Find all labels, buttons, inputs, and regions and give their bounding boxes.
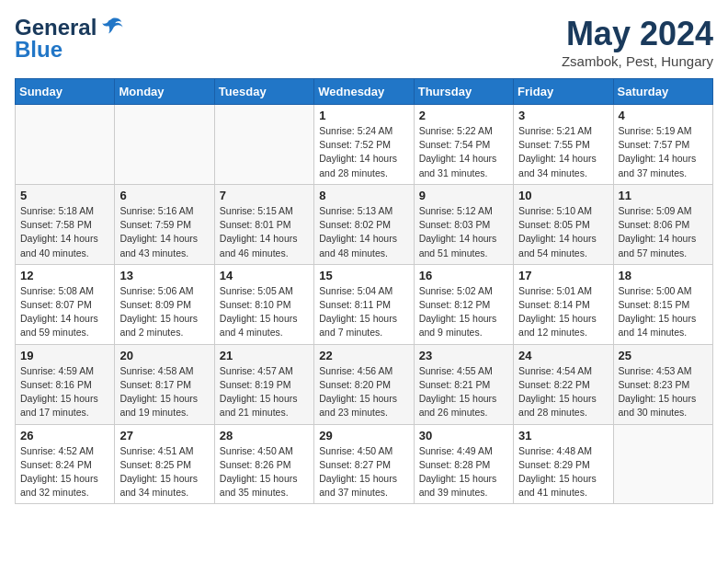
calendar-cell: 16Sunrise: 5:02 AMSunset: 8:12 PMDayligh…: [414, 264, 513, 344]
day-info: Sunrise: 5:22 AMSunset: 7:54 PMDaylight:…: [419, 124, 508, 180]
day-info: Sunrise: 5:13 AMSunset: 8:02 PMDaylight:…: [319, 204, 408, 260]
day-number: 24: [518, 349, 608, 362]
calendar-cell: 21Sunrise: 4:57 AMSunset: 8:19 PMDayligh…: [214, 344, 313, 424]
day-info: Sunrise: 4:56 AMSunset: 8:20 PMDaylight:…: [319, 364, 408, 420]
day-number: 25: [619, 349, 708, 362]
calendar-cell: 5Sunrise: 5:18 AMSunset: 7:58 PMDaylight…: [16, 184, 115, 264]
calendar-cell: 27Sunrise: 4:51 AMSunset: 8:25 PMDayligh…: [115, 424, 214, 504]
calendar-cell: 14Sunrise: 5:05 AMSunset: 8:10 PMDayligh…: [214, 264, 313, 344]
calendar-cell: [214, 105, 313, 185]
page-header: General Blue May 2024 Zsambok, Pest, Hun…: [15, 15, 713, 69]
day-info: Sunrise: 5:15 AMSunset: 8:01 PMDaylight:…: [220, 204, 309, 260]
calendar-cell: 23Sunrise: 4:55 AMSunset: 8:21 PMDayligh…: [414, 344, 513, 424]
calendar-cell: 24Sunrise: 4:54 AMSunset: 8:22 PMDayligh…: [514, 344, 613, 424]
calendar-cell: 9Sunrise: 5:12 AMSunset: 8:03 PMDaylight…: [414, 184, 513, 264]
day-number: 12: [20, 269, 109, 282]
header-sunday: Sunday: [16, 79, 115, 105]
day-info: Sunrise: 4:50 AMSunset: 8:26 PMDaylight:…: [220, 444, 309, 500]
header-friday: Friday: [514, 79, 613, 105]
day-number: 7: [220, 189, 309, 202]
day-number: 30: [419, 429, 508, 442]
day-info: Sunrise: 4:48 AMSunset: 8:29 PMDaylight:…: [518, 444, 608, 500]
day-info: Sunrise: 5:16 AMSunset: 7:59 PMDaylight:…: [119, 204, 209, 260]
day-number: 3: [518, 109, 608, 122]
header-monday: Monday: [115, 79, 214, 105]
calendar-cell: 13Sunrise: 5:06 AMSunset: 8:09 PMDayligh…: [115, 264, 214, 344]
calendar-cell: 3Sunrise: 5:21 AMSunset: 7:55 PMDaylight…: [514, 105, 613, 185]
title-block: May 2024 Zsambok, Pest, Hungary: [562, 15, 713, 69]
day-info: Sunrise: 5:02 AMSunset: 8:12 PMDaylight:…: [419, 284, 508, 340]
day-info: Sunrise: 4:50 AMSunset: 8:27 PMDaylight:…: [319, 444, 408, 500]
logo: General Blue: [15, 15, 124, 63]
day-info: Sunrise: 4:52 AMSunset: 8:24 PMDaylight:…: [20, 444, 109, 500]
month-year-title: May 2024: [562, 15, 713, 53]
day-number: 13: [119, 269, 209, 282]
calendar-cell: 26Sunrise: 4:52 AMSunset: 8:24 PMDayligh…: [16, 424, 115, 504]
calendar-cell: 6Sunrise: 5:16 AMSunset: 7:59 PMDaylight…: [115, 184, 214, 264]
calendar-cell: 22Sunrise: 4:56 AMSunset: 8:20 PMDayligh…: [314, 344, 414, 424]
header-saturday: Saturday: [613, 79, 712, 105]
day-number: 17: [518, 269, 608, 282]
day-number: 10: [518, 189, 608, 202]
calendar-cell: 19Sunrise: 4:59 AMSunset: 8:16 PMDayligh…: [16, 344, 115, 424]
day-number: 23: [419, 349, 508, 362]
calendar-cell: 15Sunrise: 5:04 AMSunset: 8:11 PMDayligh…: [314, 264, 414, 344]
logo-bird-icon: [98, 13, 124, 39]
calendar-week-row: 1Sunrise: 5:24 AMSunset: 7:52 PMDaylight…: [16, 105, 713, 185]
day-number: 19: [20, 349, 109, 362]
day-number: 21: [220, 349, 309, 362]
day-info: Sunrise: 4:54 AMSunset: 8:22 PMDaylight:…: [518, 364, 608, 420]
location-subtitle: Zsambok, Pest, Hungary: [562, 53, 713, 69]
calendar-cell: [613, 424, 712, 504]
calendar-cell: 31Sunrise: 4:48 AMSunset: 8:29 PMDayligh…: [514, 424, 613, 504]
calendar-week-row: 12Sunrise: 5:08 AMSunset: 8:07 PMDayligh…: [16, 264, 713, 344]
calendar-cell: 28Sunrise: 4:50 AMSunset: 8:26 PMDayligh…: [214, 424, 313, 504]
day-number: 11: [619, 189, 708, 202]
day-number: 16: [419, 269, 508, 282]
logo-blue: Blue: [15, 37, 63, 63]
header-tuesday: Tuesday: [214, 79, 313, 105]
day-info: Sunrise: 5:21 AMSunset: 7:55 PMDaylight:…: [518, 124, 608, 180]
day-number: 8: [319, 189, 408, 202]
day-info: Sunrise: 4:58 AMSunset: 8:17 PMDaylight:…: [119, 364, 209, 420]
day-number: 14: [220, 269, 309, 282]
day-number: 27: [119, 429, 209, 442]
day-number: 31: [518, 429, 608, 442]
calendar-header-row: Sunday Monday Tuesday Wednesday Thursday…: [16, 79, 713, 105]
header-thursday: Thursday: [414, 79, 513, 105]
calendar-week-row: 19Sunrise: 4:59 AMSunset: 8:16 PMDayligh…: [16, 344, 713, 424]
day-info: Sunrise: 5:06 AMSunset: 8:09 PMDaylight:…: [119, 284, 209, 340]
day-info: Sunrise: 5:04 AMSunset: 8:11 PMDaylight:…: [319, 284, 408, 340]
day-info: Sunrise: 5:10 AMSunset: 8:05 PMDaylight:…: [518, 204, 608, 260]
day-info: Sunrise: 5:01 AMSunset: 8:14 PMDaylight:…: [518, 284, 608, 340]
day-number: 2: [419, 109, 508, 122]
day-info: Sunrise: 5:05 AMSunset: 8:10 PMDaylight:…: [220, 284, 309, 340]
day-info: Sunrise: 5:19 AMSunset: 7:57 PMDaylight:…: [619, 124, 708, 180]
day-number: 20: [119, 349, 209, 362]
day-number: 1: [319, 109, 408, 122]
calendar-cell: 18Sunrise: 5:00 AMSunset: 8:15 PMDayligh…: [613, 264, 712, 344]
day-number: 18: [619, 269, 708, 282]
calendar-cell: 17Sunrise: 5:01 AMSunset: 8:14 PMDayligh…: [514, 264, 613, 344]
calendar-cell: 10Sunrise: 5:10 AMSunset: 8:05 PMDayligh…: [514, 184, 613, 264]
day-info: Sunrise: 5:12 AMSunset: 8:03 PMDaylight:…: [419, 204, 508, 260]
calendar-cell: 12Sunrise: 5:08 AMSunset: 8:07 PMDayligh…: [16, 264, 115, 344]
calendar-cell: 29Sunrise: 4:50 AMSunset: 8:27 PMDayligh…: [314, 424, 414, 504]
day-info: Sunrise: 5:09 AMSunset: 8:06 PMDaylight:…: [619, 204, 708, 260]
calendar-cell: 2Sunrise: 5:22 AMSunset: 7:54 PMDaylight…: [414, 105, 513, 185]
calendar-cell: 8Sunrise: 5:13 AMSunset: 8:02 PMDaylight…: [314, 184, 414, 264]
calendar-cell: 30Sunrise: 4:49 AMSunset: 8:28 PMDayligh…: [414, 424, 513, 504]
day-info: Sunrise: 5:08 AMSunset: 8:07 PMDaylight:…: [20, 284, 109, 340]
day-number: 4: [619, 109, 708, 122]
calendar-cell: [115, 105, 214, 185]
calendar-table: Sunday Monday Tuesday Wednesday Thursday…: [15, 78, 713, 504]
day-number: 6: [119, 189, 209, 202]
header-wednesday: Wednesday: [314, 79, 414, 105]
calendar-cell: 7Sunrise: 5:15 AMSunset: 8:01 PMDaylight…: [214, 184, 313, 264]
day-number: 9: [419, 189, 508, 202]
day-number: 28: [220, 429, 309, 442]
day-info: Sunrise: 4:57 AMSunset: 8:19 PMDaylight:…: [220, 364, 309, 420]
day-info: Sunrise: 5:24 AMSunset: 7:52 PMDaylight:…: [319, 124, 408, 180]
calendar-cell: 11Sunrise: 5:09 AMSunset: 8:06 PMDayligh…: [613, 184, 712, 264]
day-number: 22: [319, 349, 408, 362]
